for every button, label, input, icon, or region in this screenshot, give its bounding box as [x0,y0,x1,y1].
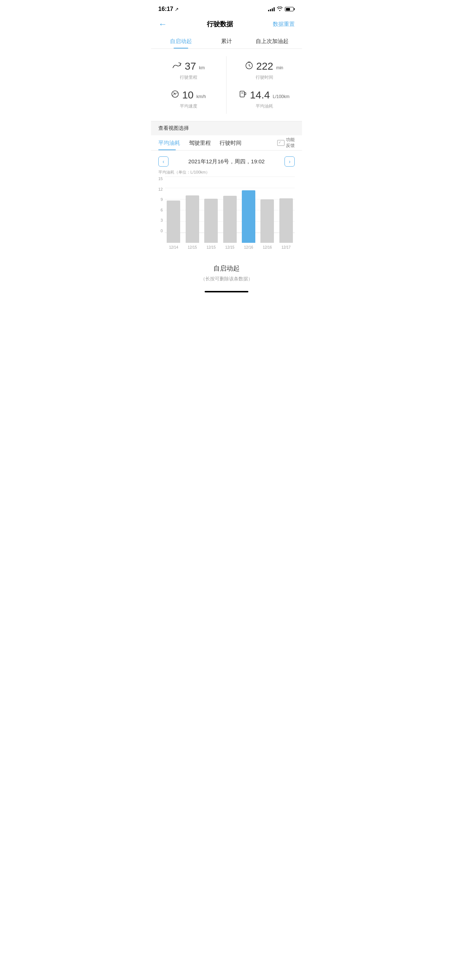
tab-cumulative[interactable]: 累计 [204,33,249,48]
stat-fuel: 14.4 L/100km 平均油耗 [226,85,302,114]
fuel-label: 平均油耗 [256,103,273,110]
signal-bar-2 [270,9,271,11]
chart-prev-button[interactable]: ‹ [158,156,169,167]
x-label-3: 12/15 [221,245,238,250]
time-label: 行驶时间 [256,75,273,81]
tab-since-start[interactable]: 自启动起 [158,33,204,48]
bar-1[interactable] [186,196,199,243]
chart-y-axis-label: 平均油耗（单位：L/100km） [158,170,295,175]
bars-row [165,186,295,243]
distance-value: 37 [185,60,196,72]
status-time: 16:17 [158,6,173,13]
y-tick-6: 6 [161,208,163,212]
svg-rect-3 [240,91,244,97]
speed-label: 平均速度 [180,103,197,110]
bar-group-2 [203,186,220,243]
y-tick-0: 0 [161,229,163,233]
tab-since-refuel[interactable]: 自上次加油起 [249,33,295,48]
home-bar [205,291,248,293]
status-bar: 16:17 ↗ [151,0,302,16]
x-label-2: 12/15 [203,245,220,250]
chart-nav: ‹ 2021年12月16号，周四，19:02 › [158,156,295,167]
distance-icon [172,61,182,72]
bar-2[interactable] [204,199,218,243]
chart-tab-fuel[interactable]: 平均油耗 [158,135,186,150]
x-label-1: 12/15 [184,245,201,250]
y-tick-9: 9 [161,197,163,202]
fuel-icon [239,90,247,100]
stat-time: 222 min 行驶时间 [226,56,302,85]
signal-bar-3 [272,8,273,11]
chart-area: ‹ 2021年12月16号，周四，19:02 › 平均油耗（单位：L/100km… [151,151,302,255]
chart-next-button[interactable]: › [284,156,295,167]
chart-tab-time[interactable]: 行驶时间 [220,135,247,150]
distance-unit: km [199,65,205,70]
back-button[interactable]: ← [158,19,167,29]
signal-bars [268,7,274,11]
bottom-info: 自启动起 （长按可删除该条数据） [151,255,302,288]
distance-label: 行驶里程 [180,75,197,81]
bar-5[interactable] [260,199,274,243]
speed-icon [171,90,179,100]
bars-container: 12/1412/1512/1512/1512/1612/1612/17 [165,177,295,250]
x-label-6: 12/17 [278,245,295,250]
svg-rect-4 [244,92,246,95]
grid-line-top [165,177,295,177]
main-tabs: 自启动起 累计 自上次加油起 [151,33,302,49]
time-value: 222 [256,60,273,72]
x-label-0: 12/14 [165,245,182,250]
time-unit: min [276,65,283,70]
feedback-label: 功能反馈 [286,137,295,148]
chart-body: 15 12 9 6 3 0 12/1412/1512/1512/1512/16 [158,177,295,250]
nav-bar: ← 行驶数据 数据重置 [151,16,302,33]
bar-4[interactable] [242,190,255,243]
chart-tab-distance[interactable]: 驾驶里程 [189,135,217,150]
fuel-unit: L/100km [273,94,290,99]
feedback-button[interactable]: 功能反馈 [277,137,295,148]
bar-6[interactable] [279,198,293,243]
battery-icon [285,7,295,11]
bar-group-5 [258,186,276,243]
speed-unit: km/h [196,94,206,99]
bar-group-4 [240,186,257,243]
home-indicator [151,288,302,298]
time-icon [245,61,253,72]
chart-tabs: 平均油耗 驾驶里程 行驶时间 功能反馈 [151,135,302,151]
page-title: 行驶数据 [207,20,233,29]
x-labels: 12/1412/1512/1512/1512/1612/1612/17 [165,245,295,250]
bottom-title: 自启动起 [158,264,295,273]
status-icons [268,6,295,12]
stats-grid: 37 km 行驶里程 222 min 行驶时间 [151,49,302,121]
bar-3[interactable] [223,196,237,243]
y-tick-15: 15 [158,177,163,181]
bar-group-3 [221,186,238,243]
bar-group-0 [165,186,182,243]
section-header: 查看视图选择 [151,121,302,135]
y-tick-3: 3 [161,218,163,223]
speed-value: 10 [182,89,193,101]
feedback-icon [277,140,284,146]
location-icon: ↗ [175,6,179,12]
bottom-hint: （长按可删除该条数据） [158,275,295,282]
signal-bar-4 [274,7,274,11]
bar-0[interactable] [167,200,180,243]
stat-distance: 37 km 行驶里程 [151,56,226,85]
wifi-icon [277,6,283,12]
x-label-5: 12/16 [258,245,276,250]
bar-group-6 [278,186,295,243]
x-label-4: 12/16 [240,245,257,250]
y-axis: 15 12 9 6 3 0 [158,177,163,240]
y-tick-12: 12 [158,187,163,191]
stat-speed: 10 km/h 平均速度 [151,85,226,114]
chart-date: 2021年12月16号，周四，19:02 [188,158,265,165]
fuel-value: 14.4 [250,89,270,101]
signal-bar-1 [268,10,269,11]
reset-button[interactable]: 数据重置 [273,21,295,28]
bar-group-1 [184,186,201,243]
